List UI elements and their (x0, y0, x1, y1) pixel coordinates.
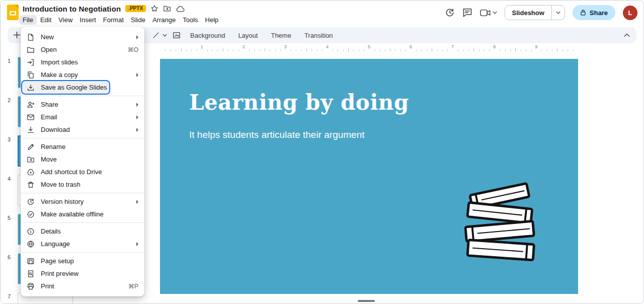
line-tool-button[interactable] (152, 32, 159, 39)
file-menu-item-print[interactable]: Print⌘P (21, 280, 144, 292)
ruler-number: 9 (532, 44, 540, 49)
star-icon[interactable] (150, 5, 158, 13)
file-menu-item-label: Email (41, 113, 57, 121)
lock-icon (580, 9, 586, 16)
menubar-item-tools[interactable]: Tools (179, 15, 201, 25)
join-call-button[interactable] (480, 9, 497, 17)
file-menu-item-move-to-trash[interactable]: Move to trash (21, 178, 144, 191)
slide-number: 5 (5, 215, 14, 221)
ruler-tick (364, 49, 364, 51)
file-menu-item-share[interactable]: Share (21, 98, 144, 111)
ruler-tick (296, 49, 296, 51)
file-menu-item-label: Rename (41, 143, 65, 150)
ruler-tick (343, 49, 344, 51)
books-image[interactable] (453, 178, 553, 268)
ruler-number: 1 (198, 44, 206, 49)
ruler-tick (317, 49, 317, 51)
slide-title[interactable]: Learning by doing (189, 90, 409, 115)
collapse-toolbar-button[interactable] (624, 33, 630, 37)
comments-button[interactable] (462, 8, 472, 18)
file-menu-item-details[interactable]: Details (21, 225, 144, 238)
canvas: Learning by doing It helps students arti… (81, 53, 643, 303)
ruler-tick (541, 49, 542, 51)
toolbar-button-theme[interactable]: Theme (265, 29, 296, 42)
toolbar-button-layout[interactable]: Layout (232, 29, 263, 42)
file-menu-item-label: Version history (41, 198, 84, 205)
history-icon (27, 198, 35, 206)
page-setup-icon (27, 257, 35, 265)
ruler-tick (406, 49, 406, 51)
file-menu-item-label: Page setup (41, 257, 74, 265)
ruler-tick (484, 49, 485, 51)
avatar[interactable]: L (623, 6, 637, 20)
slideshow-button[interactable]: Slideshow (505, 6, 551, 20)
file-menu-item-open[interactable]: Open⌘O (21, 43, 144, 56)
version-history-button[interactable] (445, 8, 455, 18)
submenu-arrow-icon (136, 115, 138, 119)
ruler-tick (473, 48, 474, 51)
ruler-tick (390, 48, 390, 51)
menubar-item-view[interactable]: View (55, 15, 76, 25)
file-menu-item-add-shortcut-to-drive[interactable]: Add shortcut to Drive (21, 166, 144, 178)
file-menu-item-import-slides[interactable]: Import slides (21, 56, 144, 68)
menubar-item-format[interactable]: Format (100, 15, 127, 25)
share-button[interactable]: Share (573, 5, 615, 20)
file-menu-item-label: Make a copy (41, 71, 78, 79)
ruler-tick (552, 49, 552, 51)
file-menu-item-make-a-copy[interactable]: Make a copy (21, 68, 144, 81)
ruler-tick (207, 49, 208, 51)
ruler-tick (165, 49, 166, 51)
menubar-item-arrange[interactable]: Arrange (149, 15, 179, 25)
ruler-number: 8 (491, 44, 499, 49)
ruler-tick (385, 49, 385, 51)
ruler-tick (223, 48, 223, 51)
ruler-tick (374, 49, 375, 51)
slideshow-options-button[interactable] (551, 6, 565, 20)
ruler-tick (379, 49, 380, 51)
share-button-label: Share (590, 9, 608, 17)
insert-image-button[interactable] (173, 31, 181, 39)
ruler-tick (259, 49, 260, 51)
toolbar-button-background[interactable]: Background (185, 29, 230, 42)
cloud-status-icon[interactable] (176, 5, 185, 13)
menubar-item-edit[interactable]: Edit (37, 15, 55, 25)
ruler-number: 5 (365, 44, 373, 49)
file-menu-item-email[interactable]: Email (21, 111, 144, 123)
file-menu-item-rename[interactable]: Rename (21, 140, 144, 153)
file-menu-item-version-history[interactable]: Version history (21, 195, 144, 208)
ruler-tick (562, 49, 563, 51)
menubar-item-help[interactable]: Help (202, 15, 222, 25)
menubar-item-slide[interactable]: Slide (127, 15, 149, 25)
file-menu-item-page-setup[interactable]: Page setup (21, 255, 144, 267)
file-menu-item-language[interactable]: Language (21, 238, 144, 250)
submenu-arrow-icon (136, 242, 138, 246)
ruler-tick (171, 49, 171, 51)
print-icon (27, 282, 35, 290)
document-title[interactable]: Introduction to Negotiation (23, 5, 121, 13)
ruler-tick (238, 49, 239, 51)
horizontal-scrollbar[interactable] (358, 300, 375, 302)
file-menu-item-download[interactable]: Download (21, 123, 144, 136)
menubar-item-insert[interactable]: Insert (76, 15, 100, 25)
ruler-tick (311, 49, 312, 51)
topbar: Introduction to Negotiation .PPTX FileEd… (1, 1, 643, 25)
file-menu-item-move[interactable]: Move (21, 153, 144, 166)
ruler-tick (265, 48, 265, 51)
file-menu: NewOpen⌘OImport slidesMake a copySave as… (21, 27, 144, 296)
file-menu-item-make-available-offline[interactable]: Make available offline (21, 208, 144, 220)
slide-canvas-page[interactable]: Learning by doing It helps students arti… (160, 59, 578, 294)
ruler-tick (447, 49, 448, 51)
slide-subtitle[interactable]: It helps students articulate their argum… (189, 129, 365, 140)
file-menu-item-new[interactable]: New (21, 31, 144, 43)
caret-down-icon (493, 11, 497, 14)
new-slide-button[interactable] (13, 31, 21, 39)
file-menu-item-print-preview[interactable]: Print preview (21, 267, 144, 280)
ruler: 123456789 (81, 44, 639, 52)
slides-logo-icon[interactable] (7, 5, 19, 20)
toolbar-button-transition[interactable]: Transition (299, 29, 339, 42)
move-folder-icon[interactable] (163, 5, 171, 13)
line-tool-caret[interactable] (163, 34, 167, 37)
ruler-tick (468, 49, 469, 51)
file-menu-item-save-as-google-slides[interactable]: Save as Google Slides (22, 81, 109, 94)
menubar-item-file[interactable]: File (19, 15, 37, 25)
